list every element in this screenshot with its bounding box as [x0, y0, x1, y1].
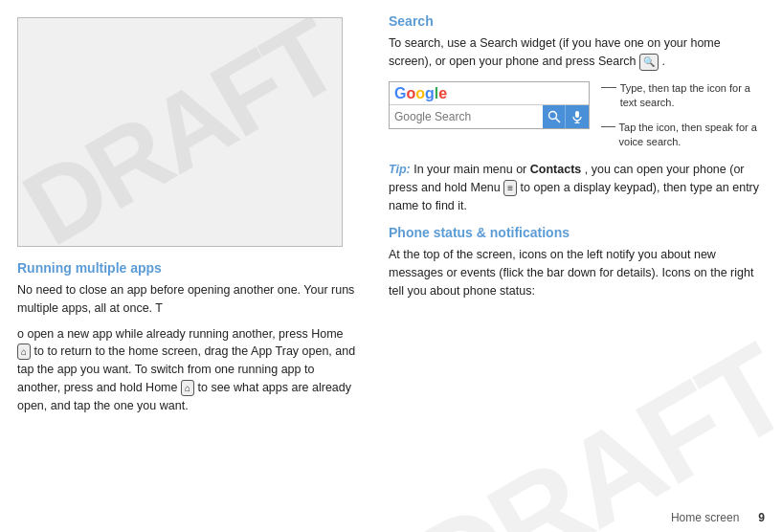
mic-icon: [570, 110, 584, 123]
google-logo: Google: [394, 85, 447, 101]
annotation-text-search-label: Type, then tap the icon for a text searc…: [620, 81, 767, 111]
tip-body: In your main menu or: [413, 163, 530, 176]
footer-label: Home screen: [671, 511, 739, 524]
home-icon-1: ⌂: [17, 344, 31, 360]
google-search-widget: Google: [389, 81, 590, 129]
svg-line-1: [555, 118, 560, 122]
running-apps-heading: Running multiple apps: [17, 260, 356, 276]
tip-label: Tip:: [389, 163, 411, 176]
tip-contacts: Contacts: [530, 163, 581, 176]
search-heading: Search: [389, 13, 767, 29]
google-search-input[interactable]: [390, 107, 543, 126]
home-icon-2: ⌂: [181, 380, 194, 396]
search-body: To search, use a Search widget (if you h…: [389, 34, 767, 72]
phone-status-heading: Phone status & notifications: [389, 225, 767, 240]
search-input-row: [390, 105, 589, 128]
phone-status-body: At the top of the screen, icons on the l…: [389, 246, 767, 301]
annotation-voice-search-label: Tap the icon, then speak for a voice sea…: [619, 121, 767, 150]
left-body-text: No need to close an app before opening a…: [17, 281, 356, 422]
mic-button[interactable]: [566, 105, 589, 128]
left-draft-watermark: DRAFT: [17, 17, 343, 247]
search-widget-area: Google: [389, 81, 767, 150]
left-para1: No need to close an app before opening a…: [17, 281, 356, 318]
google-logo-bar: Google: [390, 82, 589, 105]
search-body-text: To search, use a Search widget (if you h…: [389, 36, 721, 68]
left-para2-prefix: o open a new app while already running a…: [17, 327, 344, 341]
search-annotations: Type, then tap the icon for a text searc…: [601, 81, 767, 150]
footer-page: 9: [758, 511, 765, 524]
menu-icon: ≡: [503, 180, 517, 196]
search-inline-icon: 🔍: [639, 54, 659, 71]
left-panel: DRAFT Running multiple apps No need to c…: [0, 0, 373, 532]
footer: Home screen 9: [671, 511, 765, 524]
search-magnifier-icon: [547, 110, 561, 123]
right-panel: Search To search, use a Search widget (i…: [373, 0, 782, 532]
search-body-suffix: .: [661, 55, 664, 68]
search-button[interactable]: [543, 105, 566, 128]
left-para2: o open a new app while already running a…: [17, 325, 356, 415]
search-icons-group: [543, 105, 589, 128]
annotation-line-2: [601, 126, 615, 127]
annotation-text-search: Type, then tap the icon for a text searc…: [601, 81, 767, 111]
phone-image-box: DRAFT: [17, 17, 343, 247]
svg-point-0: [548, 111, 556, 119]
annotation-line-1: [601, 87, 616, 88]
right-draft-watermark: DRAFT: [390, 317, 782, 532]
annotation-voice-search: Tap the icon, then speak for a voice sea…: [601, 121, 767, 150]
tip-section: Tip: In your main menu or Contacts , you…: [389, 161, 767, 214]
svg-rect-2: [575, 111, 579, 118]
